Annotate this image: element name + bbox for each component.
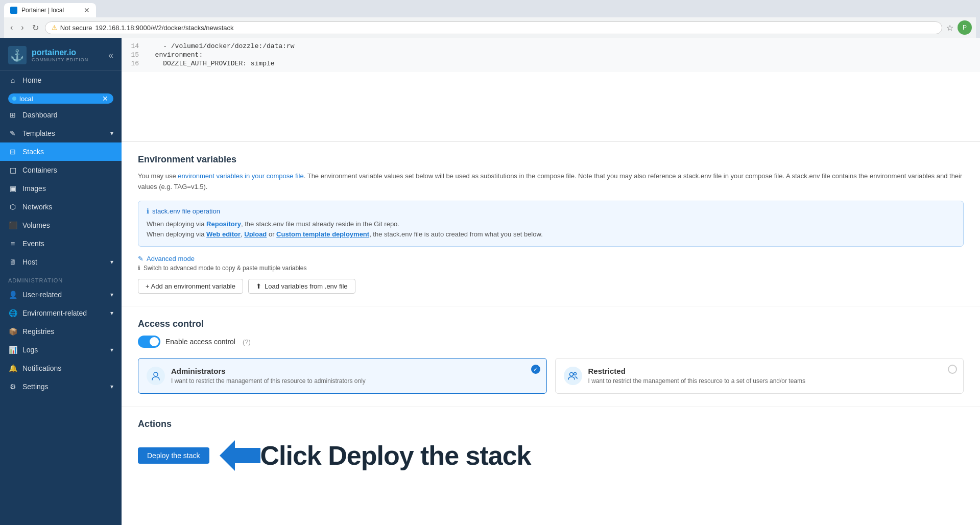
access-control-toggle-row: Enable access control (?): [138, 336, 964, 348]
browser-tabs: Portainer | local ✕: [4, 3, 976, 17]
actions-row: Deploy the stack Click Deploy the stack: [138, 438, 964, 473]
env-close-btn[interactable]: ✕: [102, 94, 108, 103]
annotation-text: Click Deploy the stack: [260, 440, 531, 471]
info-circle-icon: ℹ: [147, 207, 149, 215]
sidebar-item-dashboard[interactable]: ⊞ Dashboard: [0, 106, 122, 124]
logs-chevron-icon: ▾: [110, 346, 113, 353]
code-line-14: 14 - /volume1/docker/dozzle:/data:rw: [122, 42, 980, 51]
sidebar-item-label: Containers: [22, 166, 57, 174]
sidebar-item-settings[interactable]: ⚙ Settings ▾: [0, 377, 122, 396]
access-control-section: Access control Enable access control (?): [122, 306, 980, 407]
user-related-chevron-icon: ▾: [110, 291, 113, 298]
access-control-toggle[interactable]: [138, 336, 160, 348]
sidebar-item-label: Templates: [22, 129, 55, 137]
svg-text:⚓: ⚓: [10, 49, 25, 62]
sidebar-item-stacks[interactable]: ⊟ Stacks: [0, 142, 122, 161]
stacks-icon: ⊟: [8, 148, 17, 156]
actions-section: Actions Deploy the stack Click Deploy th…: [122, 407, 980, 494]
security-label: Not secure: [60, 24, 92, 32]
info-line2-post: , the stack.env file is auto created fro…: [369, 230, 543, 238]
load-env-btn[interactable]: ⬆ Load variables from .env file: [248, 279, 355, 294]
address-bar[interactable]: ⚠ Not secure 192.168.1.18:9000/#/2/docke…: [45, 21, 942, 34]
svg-point-2: [154, 372, 158, 376]
access-card-restricted[interactable]: Restricted I want to restrict the manage…: [555, 358, 964, 394]
info-line2-link1[interactable]: Web editor: [206, 230, 241, 238]
svg-point-5: [573, 373, 576, 375]
registries-icon: 📦: [8, 327, 17, 336]
line-content: DOZZLE_AUTH_PROVIDER: simple: [147, 59, 275, 68]
code-line-15: 15 environment:: [122, 51, 980, 59]
load-env-label: Load variables from .env file: [265, 282, 348, 290]
info-line-2: When deploying via Web editor, Upload or…: [147, 229, 955, 240]
bookmark-btn[interactable]: ☆: [946, 23, 953, 33]
tab-title: Portainer | local: [21, 7, 64, 14]
user-avatar[interactable]: P: [958, 20, 972, 35]
add-env-var-label: + Add an environment variable: [146, 282, 235, 290]
portainer-logo-icon: ⚓: [8, 46, 27, 64]
environment-related-icon: 🌐: [8, 309, 17, 317]
restricted-radio: [948, 365, 957, 374]
line-number: 16: [122, 59, 147, 68]
sidebar-item-templates[interactable]: ✎ Templates ▾: [0, 124, 122, 142]
advanced-mode-sub: ℹ Switch to advanced mode to copy & past…: [138, 265, 964, 272]
sidebar-item-label: Notifications: [22, 364, 61, 372]
sidebar-item-label: User-related: [22, 291, 62, 299]
info-small-icon: ℹ: [138, 265, 140, 272]
sidebar-item-events[interactable]: ≡ Events: [0, 234, 122, 253]
info-line2-mid2: or: [267, 230, 276, 238]
sidebar-item-label: Dashboard: [22, 111, 58, 119]
sidebar-item-environment-related[interactable]: 🌐 Environment-related ▾: [0, 304, 122, 322]
sidebar-item-registries[interactable]: 📦 Registries: [0, 322, 122, 341]
restricted-content: Restricted I want to restrict the manage…: [588, 367, 955, 385]
sidebar-item-user-related[interactable]: 👤 User-related ▾: [0, 285, 122, 304]
logo-text: portainer.io COMMUNITY EDITION: [32, 48, 88, 62]
sidebar-item-host[interactable]: 🖥 Host ▾: [0, 253, 122, 271]
logs-icon: 📊: [8, 346, 17, 354]
line-number: 14: [122, 42, 147, 51]
sidebar-item-label: Logs: [22, 346, 38, 354]
info-line1-link[interactable]: Repository: [206, 220, 241, 228]
tab-close-btn[interactable]: ✕: [84, 6, 90, 14]
sidebar: ⚓ portainer.io COMMUNITY EDITION « ⌂ Hom…: [0, 38, 122, 525]
actions-title: Actions: [138, 419, 964, 429]
advanced-mode-sub-text: Switch to advanced mode to copy & paste …: [144, 265, 307, 272]
add-env-var-btn[interactable]: + Add an environment variable: [138, 279, 243, 294]
env-badge[interactable]: local ✕: [8, 93, 113, 104]
forward-btn[interactable]: ›: [19, 21, 26, 34]
main-content: 14 - /volume1/docker/dozzle:/data:rw 15 …: [122, 38, 980, 525]
tab-favicon: [10, 7, 17, 14]
sidebar-item-containers[interactable]: ◫ Containers: [0, 161, 122, 179]
info-line2-pre: When deploying via: [147, 230, 206, 238]
sidebar-item-logs[interactable]: 📊 Logs ▾: [0, 341, 122, 359]
networks-icon: ⬡: [8, 203, 17, 211]
back-btn[interactable]: ‹: [8, 21, 15, 34]
administrators-icon: [147, 367, 165, 385]
sidebar-item-label: Registries: [22, 327, 54, 336]
info-line2-link3[interactable]: Custom template deployment: [276, 230, 369, 238]
env-vars-desc: You may use environment variables in you…: [138, 171, 964, 193]
info-line1-post: , the stack.env file must already reside…: [241, 220, 399, 228]
sidebar-item-networks[interactable]: ⬡ Networks: [0, 198, 122, 216]
env-desc-link[interactable]: environment variables in your compose fi…: [178, 172, 303, 180]
line-content: environment:: [147, 51, 203, 59]
sidebar-item-volumes[interactable]: ⬛ Volumes: [0, 216, 122, 234]
administrators-desc: I want to restrict the management of thi…: [171, 377, 538, 385]
reload-btn[interactable]: ↻: [30, 21, 41, 35]
advanced-mode-toggle[interactable]: ✎ Advanced mode: [138, 255, 964, 262]
logo-sub-text: COMMUNITY EDITION: [32, 57, 88, 62]
restricted-desc: I want to restrict the management of thi…: [588, 377, 955, 385]
info-line2-link2[interactable]: Upload: [244, 230, 267, 238]
templates-icon: ✎: [8, 129, 17, 137]
deploy-stack-btn[interactable]: Deploy the stack: [138, 447, 209, 464]
sidebar-item-home[interactable]: ⌂ Home: [0, 71, 122, 89]
administrators-content: Administrators I want to restrict the ma…: [171, 367, 538, 385]
active-tab[interactable]: Portainer | local ✕: [4, 3, 96, 17]
access-card-administrators[interactable]: Administrators I want to restrict the ma…: [138, 358, 547, 394]
info-line-1: When deploying via Repository, the stack…: [147, 219, 955, 230]
sidebar-collapse-btn[interactable]: «: [108, 50, 113, 61]
admin-section-label: Administration: [0, 271, 122, 285]
sidebar-item-images[interactable]: ▣ Images: [0, 179, 122, 198]
sidebar-item-notifications[interactable]: 🔔 Notifications: [0, 359, 122, 377]
env-status-dot: [12, 97, 16, 101]
toggle-info-icon[interactable]: (?): [243, 338, 251, 346]
